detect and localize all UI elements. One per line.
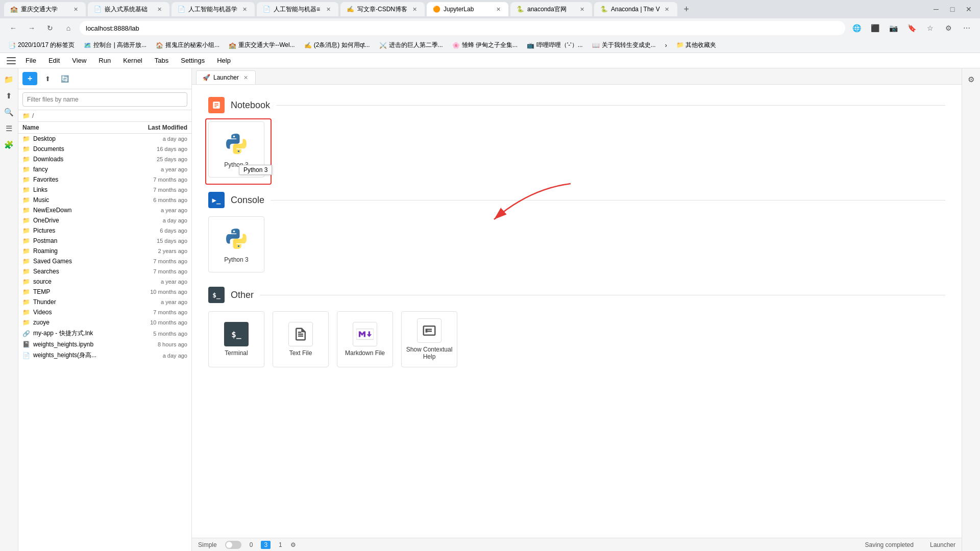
refresh-files-button[interactable]: 🔄 bbox=[58, 71, 72, 86]
address-input[interactable] bbox=[80, 21, 845, 35]
filter-input[interactable] bbox=[22, 92, 187, 107]
bookmark-9[interactable]: 📖 关于我转生变成史... bbox=[588, 40, 660, 51]
bookmark-6[interactable]: ⚔️ 进击的巨人第二季... bbox=[375, 40, 447, 51]
tab-4[interactable]: 📄 人工智能与机器≡ ✕ bbox=[257, 2, 338, 16]
bookmark-3[interactable]: 🏠 摇鬼庄的秘索小组... bbox=[152, 40, 224, 51]
home-button[interactable]: ⌂ bbox=[61, 21, 76, 35]
file-row[interactable]: 📁Roaming2 years ago bbox=[18, 246, 191, 256]
menu-settings[interactable]: Settings bbox=[176, 55, 210, 66]
tab-6-jupyterlab[interactable]: 🟠 JupyterLab ✕ bbox=[427, 2, 508, 16]
feature-icon-1[interactable]: 🔖 bbox=[904, 21, 919, 35]
file-modified: a day ago bbox=[121, 353, 187, 359]
bookmark-4[interactable]: 🏫 重庆交通大学--Wel... bbox=[225, 40, 299, 51]
tab-7[interactable]: 🐍 anaconda官网 ✕ bbox=[510, 2, 592, 16]
menu-view[interactable]: View bbox=[67, 55, 91, 66]
bookmark-5[interactable]: ✍️ (2条消息) 如何用qt... bbox=[300, 40, 374, 51]
tab-6-close[interactable]: ✕ bbox=[494, 5, 502, 13]
settings-icon[interactable]: ⚙ bbox=[290, 541, 296, 548]
bookmark-2[interactable]: 🗺️ 控制台 | 高德开放... bbox=[80, 40, 151, 51]
tab-7-close[interactable]: ✕ bbox=[578, 5, 586, 13]
camera-icon[interactable]: 📷 bbox=[886, 21, 900, 35]
markdown-card[interactable]: Markdown File bbox=[337, 311, 393, 367]
more-button[interactable]: ⋯ bbox=[960, 21, 974, 35]
file-row[interactable]: 📁Saved Games7 months ago bbox=[18, 256, 191, 266]
tab-1[interactable]: 🏫 重庆交通大学 ✕ bbox=[4, 2, 86, 16]
tab-3[interactable]: 📄 人工智能与机器学 ✕ bbox=[172, 2, 255, 16]
file-row[interactable]: 📁Thundera year ago bbox=[18, 297, 191, 307]
upload-button[interactable]: ⬆ bbox=[40, 71, 55, 86]
maximize-button[interactable]: □ bbox=[945, 2, 960, 16]
file-row[interactable]: 🔗my-app - 快捷方式.lnk5 months ago bbox=[18, 328, 191, 339]
bookmark-folder[interactable]: 📁 其他收藏夹 bbox=[672, 40, 720, 51]
launcher-tab[interactable]: 🚀 Launcher ✕ bbox=[196, 70, 256, 84]
file-name: TEMP bbox=[33, 288, 50, 295]
help-card[interactable]: Show Contextual Help bbox=[401, 311, 457, 367]
file-row[interactable]: 📄weights_heights(身高...a day ago bbox=[18, 349, 191, 361]
file-row[interactable]: 📁Pictures6 days ago bbox=[18, 226, 191, 236]
menu-help[interactable]: Help bbox=[212, 55, 236, 66]
tab-2[interactable]: 📄 嵌入式系统基础 ✕ bbox=[88, 2, 169, 16]
feature-icon-2[interactable]: ☆ bbox=[923, 21, 937, 35]
forward-button[interactable]: → bbox=[24, 21, 39, 35]
file-row[interactable]: 📁NewExeDowna year ago bbox=[18, 205, 191, 215]
refresh-button[interactable]: ↻ bbox=[43, 21, 57, 35]
tab-2-close[interactable]: ✕ bbox=[155, 5, 163, 13]
python3-console-card[interactable]: Python 3 bbox=[208, 216, 264, 272]
right-settings-icon[interactable]: ⚙ bbox=[964, 72, 978, 87]
bookmark-8[interactable]: 📺 哔哩哔哩（'-'）... bbox=[523, 40, 587, 51]
file-row[interactable]: 📁OneDrivea day ago bbox=[18, 215, 191, 226]
file-row[interactable]: 📁TEMP10 months ago bbox=[18, 287, 191, 297]
file-row[interactable]: 📁Postman15 days ago bbox=[18, 236, 191, 246]
file-row[interactable]: 📁zuoye10 months ago bbox=[18, 317, 191, 328]
textfile-card[interactable]: Text File bbox=[273, 311, 329, 367]
file-row[interactable]: 📁Searches7 months ago bbox=[18, 266, 191, 277]
file-row[interactable]: 📁fancya year ago bbox=[18, 164, 191, 174]
notebook-section-label: Notebook bbox=[231, 100, 270, 111]
col-modified-header[interactable]: Last Modified bbox=[121, 124, 187, 131]
file-row[interactable]: 📓weights_heights.ipynb8 hours ago bbox=[18, 339, 191, 349]
new-file-button[interactable]: + bbox=[22, 72, 37, 85]
left-icon-upload[interactable]: ⬆ bbox=[2, 89, 16, 103]
col-name-header[interactable]: Name bbox=[22, 124, 121, 131]
file-row[interactable]: 📁Links7 months ago bbox=[18, 185, 191, 195]
launcher-tab-close[interactable]: ✕ bbox=[242, 74, 249, 81]
file-row[interactable]: 📁Videos7 months ago bbox=[18, 307, 191, 317]
file-row[interactable]: 📁Documents16 days ago bbox=[18, 144, 191, 154]
file-row[interactable]: 📁Music6 months ago bbox=[18, 195, 191, 205]
file-row[interactable]: 📁sourcea year ago bbox=[18, 277, 191, 287]
tab-4-close[interactable]: ✕ bbox=[324, 5, 332, 13]
tab-1-close[interactable]: ✕ bbox=[71, 5, 80, 13]
left-icon-folder[interactable]: 📁 bbox=[2, 72, 16, 87]
right-panel: ⚙ bbox=[962, 68, 980, 551]
bookmark-more[interactable]: › bbox=[661, 41, 671, 50]
translate-icon[interactable]: 🌐 bbox=[849, 21, 864, 35]
bookmark-1[interactable]: 📑 2020/10/17 的标签页 bbox=[4, 40, 79, 51]
feature-icon-3[interactable]: ⚙ bbox=[941, 21, 955, 35]
menu-run[interactable]: Run bbox=[93, 55, 116, 66]
tab-3-close[interactable]: ✕ bbox=[240, 5, 249, 13]
tab-8[interactable]: 🐍 Anaconda | The V ✕ bbox=[594, 2, 677, 16]
tab-5-close[interactable]: ✕ bbox=[410, 5, 419, 13]
left-icon-search[interactable]: 🔍 bbox=[2, 105, 16, 119]
file-row[interactable]: 📁Desktopa day ago bbox=[18, 134, 191, 144]
new-tab-button[interactable]: + bbox=[679, 2, 694, 16]
tab-5[interactable]: ✍️ 写文章-CSDN博客 ✕ bbox=[340, 2, 425, 16]
file-name: Videos bbox=[33, 309, 52, 316]
file-row[interactable]: 📁Favorites7 months ago bbox=[18, 174, 191, 185]
close-button[interactable]: ✕ bbox=[962, 2, 976, 16]
minimize-button[interactable]: ─ bbox=[929, 2, 943, 16]
launcher-body: Notebook bbox=[192, 85, 962, 538]
extensions-icon[interactable]: ⬛ bbox=[868, 21, 882, 35]
menu-tabs[interactable]: Tabs bbox=[150, 55, 174, 66]
left-icon-puzzle[interactable]: 🧩 bbox=[2, 138, 16, 152]
bookmark-7[interactable]: 🌸 雏蜂 伊甸之子全集... bbox=[448, 40, 522, 51]
terminal-card[interactable]: $_ Terminal bbox=[208, 311, 264, 367]
menu-file[interactable]: File bbox=[20, 55, 41, 66]
menu-kernel[interactable]: Kernel bbox=[118, 55, 148, 66]
tab-8-close[interactable]: ✕ bbox=[663, 5, 671, 13]
menu-edit[interactable]: Edit bbox=[43, 55, 65, 66]
file-row[interactable]: 📁Downloads25 days ago bbox=[18, 154, 191, 164]
left-icon-list[interactable]: ☰ bbox=[2, 121, 16, 136]
simple-mode-toggle[interactable] bbox=[225, 541, 241, 549]
back-button[interactable]: ← bbox=[6, 21, 20, 35]
